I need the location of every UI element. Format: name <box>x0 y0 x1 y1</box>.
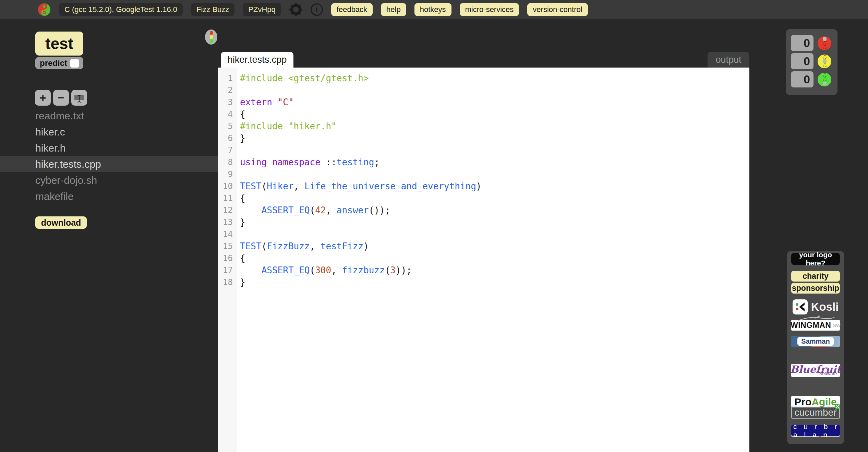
code-line-5[interactable]: #include "hiker.h" <box>238 120 749 132</box>
kosli-icon <box>793 299 808 314</box>
aircraft-sketch-icon <box>796 316 836 323</box>
code-line-12[interactable]: ASSERT_EQ(42, answer()); <box>238 204 749 216</box>
yellow-count-row: 0 <box>791 53 837 69</box>
curbralan-logo[interactable]: c u r b r a l a n <box>791 425 840 436</box>
cucumber-label: cucumber <box>795 407 837 418</box>
traffic-light-ball-icon <box>205 29 217 45</box>
traffic-light-counts-panel: 0 0 0 <box>786 29 837 95</box>
code-line-16[interactable]: { <box>238 252 749 264</box>
code-content[interactable]: #include <gtest/gtest.h>extern "C"{#incl… <box>238 68 749 452</box>
code-editor[interactable]: 123456789101112131415161718 #include <gt… <box>218 68 749 452</box>
version-control-button[interactable]: version-control <box>527 3 588 16</box>
font-size-controls: + − <box>35 90 87 106</box>
micro-services-button[interactable]: micro-services <box>460 3 519 16</box>
code-line-7[interactable] <box>238 144 749 156</box>
cucumber-badge-icon <box>834 403 841 412</box>
file-item-readme-txt[interactable]: readme.txt <box>0 108 218 124</box>
info-icon[interactable]: i <box>311 3 323 16</box>
wingman-suffix: SW <box>833 323 841 328</box>
test-button[interactable]: test <box>35 32 83 56</box>
code-line-9[interactable] <box>238 168 749 180</box>
green-traffic-light-icon <box>818 73 831 86</box>
code-line-3[interactable]: extern "C" <box>238 96 749 108</box>
code-line-18[interactable]: } <box>238 276 749 288</box>
code-line-17[interactable]: ASSERT_EQ(300, fizzbuzz(3)); <box>238 264 749 276</box>
sponsorship-button[interactable]: sponsorship <box>791 283 840 294</box>
i-beam-cursor-icon <box>75 93 84 106</box>
help-button[interactable]: help <box>381 3 406 16</box>
red-dot-icon <box>210 31 213 35</box>
code-line-15[interactable]: TEST(FizzBuzz, testFizz) <box>238 240 749 252</box>
code-line-2[interactable] <box>238 84 749 96</box>
red-count-row: 0 <box>791 35 837 51</box>
green-dot-icon <box>210 39 213 43</box>
samman-logo[interactable]: Samman <box>791 336 840 347</box>
sponsors-panel: your logo here? charity sponsorship Kosl… <box>787 251 844 444</box>
yellow-traffic-light-icon <box>818 55 831 68</box>
code-line-13[interactable]: } <box>238 216 749 228</box>
session-id-button[interactable]: PZvHpq <box>243 3 281 16</box>
file-item-hiker-tests-cpp[interactable]: hiker.tests.cpp <box>0 156 218 172</box>
samman-label: Samman <box>797 337 833 346</box>
cyber-dojo-yin-yang-logo-icon[interactable] <box>38 3 51 16</box>
cyber-dojo-app: C (gcc 15.2.0), GoogleTest 1.16.0 Fizz B… <box>0 0 868 452</box>
code-line-14[interactable] <box>238 228 749 240</box>
predict-label: predict <box>40 58 67 68</box>
red-count[interactable]: 0 <box>791 35 813 51</box>
kosli-logo[interactable]: Kosli <box>791 299 840 314</box>
filename-tab[interactable]: hiker.tests.cpp <box>221 52 293 68</box>
cucumber-logo[interactable]: cucumber <box>791 406 840 419</box>
top-bar: C (gcc 15.2.0), GoogleTest 1.16.0 Fizz B… <box>0 0 868 19</box>
settings-gear-icon[interactable] <box>289 3 302 16</box>
yellow-dot-icon <box>210 35 213 39</box>
charity-button[interactable]: charity <box>791 271 840 282</box>
feedback-button[interactable]: feedback <box>331 3 373 16</box>
file-item-makefile[interactable]: makefile <box>0 188 218 204</box>
caret-toggle-button[interactable] <box>71 90 87 106</box>
font-decrease-button[interactable]: − <box>53 90 69 106</box>
file-item-hiker-c[interactable]: hiker.c <box>0 124 218 140</box>
code-line-6[interactable]: } <box>238 132 749 144</box>
red-traffic-light-icon <box>818 36 831 50</box>
download-button[interactable]: download <box>35 216 87 229</box>
bluefruit-sub-label: Software <box>819 371 837 376</box>
file-item-hiker-h[interactable]: hiker.h <box>0 140 218 156</box>
info-glyph: i <box>311 3 323 16</box>
code-line-11[interactable]: { <box>238 192 749 204</box>
font-increase-button[interactable]: + <box>35 90 51 106</box>
file-list: readme.txt hiker.c hiker.h hiker.tests.c… <box>0 108 218 204</box>
yellow-count[interactable]: 0 <box>791 53 813 69</box>
your-logo-here-button[interactable]: your logo here? <box>791 253 840 265</box>
file-item-cyber-dojo-sh[interactable]: cyber-dojo.sh <box>0 172 218 188</box>
line-numbers-gutter: 123456789101112131415161718 <box>218 68 237 452</box>
predict-toggle: predict <box>35 57 83 69</box>
green-count-row: 0 <box>791 71 837 87</box>
hotkeys-button[interactable]: hotkeys <box>414 3 451 16</box>
kosli-label: Kosli <box>811 300 839 313</box>
green-count[interactable]: 0 <box>791 71 813 87</box>
predict-checkbox[interactable] <box>70 59 79 68</box>
wingman-logo[interactable]: WINGMAN SW <box>791 320 840 331</box>
output-tab[interactable]: output <box>708 52 749 68</box>
code-line-4[interactable]: { <box>238 108 749 120</box>
code-line-8[interactable]: using namespace ::testing; <box>238 156 749 168</box>
bluefruit-logo[interactable]: Bluefruit Software <box>791 364 840 377</box>
code-line-10[interactable]: TEST(Hiker, Life_the_universe_and_everyt… <box>238 180 749 192</box>
language-button[interactable]: C (gcc 15.2.0), GoogleTest 1.16.0 <box>59 3 183 16</box>
code-line-1[interactable]: #include <gtest/gtest.h> <box>238 72 749 84</box>
exercise-button[interactable]: Fizz Buzz <box>191 3 234 16</box>
